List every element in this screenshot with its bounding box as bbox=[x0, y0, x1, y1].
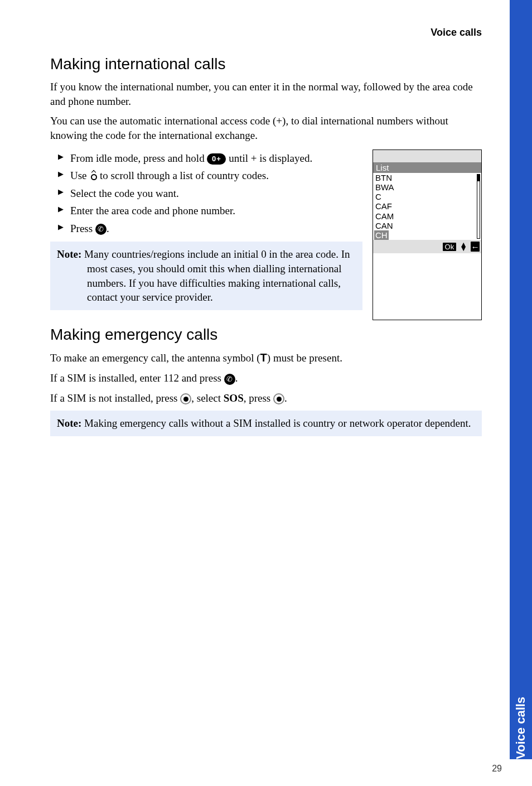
step-4: Enter the area code and phone number. bbox=[58, 203, 362, 219]
note-label: Note: bbox=[57, 248, 84, 260]
call-key-icon: ✆ bbox=[224, 374, 235, 385]
step-5: Press ✆. bbox=[58, 221, 362, 237]
phone-list-item: BWA bbox=[375, 182, 477, 192]
select-key-icon bbox=[180, 393, 191, 404]
side-tab: Voice calls bbox=[510, 592, 532, 759]
note-intl-text: Many countries/regions include an initia… bbox=[84, 248, 350, 303]
heading-international: Making international calls bbox=[50, 55, 482, 73]
para-em-3: If a SIM is not installed, press , selec… bbox=[50, 391, 482, 406]
phone-list-item-selected: CH bbox=[375, 230, 477, 240]
intl-steps-list: From idle mode, press and hold 0+ until … bbox=[58, 151, 362, 237]
heading-emergency: Making emergency calls bbox=[50, 326, 482, 344]
note-emergency: Note: Making emergency calls without a S… bbox=[50, 411, 482, 436]
side-tab-label: Voice calls bbox=[514, 697, 528, 759]
note-label: Note: bbox=[57, 417, 84, 429]
phone-list-title: List bbox=[373, 162, 481, 173]
phone-list-item: C bbox=[375, 192, 477, 201]
para-intl-1: If you know the international number, yo… bbox=[50, 80, 482, 108]
select-key-icon bbox=[273, 393, 284, 404]
step-1: From idle mode, press and hold 0+ until … bbox=[58, 151, 362, 166]
phone-statusbar bbox=[373, 150, 481, 162]
scroll-key-icon bbox=[89, 171, 97, 183]
sos-label: SOS bbox=[224, 392, 244, 404]
page-number: 29 bbox=[492, 764, 502, 774]
phone-list-item: CAF bbox=[375, 201, 477, 211]
call-key-icon: ✆ bbox=[95, 224, 107, 235]
phone-softkey-bar: Ok ▲▼ ← bbox=[373, 240, 481, 253]
step-3: Select the code you want. bbox=[58, 186, 362, 201]
step-2: Use to scroll through a list of country … bbox=[58, 168, 362, 184]
phone-updown-icon: ▲▼ bbox=[460, 243, 467, 251]
antenna-icon: T bbox=[260, 351, 267, 364]
page-content: Voice calls Making international calls I… bbox=[0, 0, 532, 436]
header-section-label: Voice calls bbox=[50, 27, 482, 38]
phone-list: BTN BWA C CAF CAM CAN CH bbox=[373, 173, 481, 240]
phone-screen-illustration: List BTN BWA C CAF CAM CAN CH Ok ▲▼ ← bbox=[373, 150, 482, 320]
note-em-text: Making emergency calls without a SIM ins… bbox=[84, 417, 471, 429]
phone-list-item: CAN bbox=[375, 221, 477, 230]
phone-list-item: CAM bbox=[375, 211, 477, 221]
para-em-1: To make an emergency call, the antenna s… bbox=[50, 350, 482, 365]
phone-ok-softkey: Ok bbox=[443, 243, 457, 251]
side-accent-bar bbox=[510, 0, 532, 592]
para-intl-2: You can use the automatic international … bbox=[50, 114, 482, 142]
para-em-2: If a SIM is installed, enter 112 and pre… bbox=[50, 371, 482, 385]
phone-back-softkey: ← bbox=[471, 242, 480, 252]
note-intl: Note: Many countries/regions include an … bbox=[50, 242, 362, 310]
zero-plus-key-icon: 0+ bbox=[207, 153, 226, 165]
phone-scrollbar bbox=[477, 174, 480, 239]
phone-list-item: BTN bbox=[375, 173, 477, 182]
